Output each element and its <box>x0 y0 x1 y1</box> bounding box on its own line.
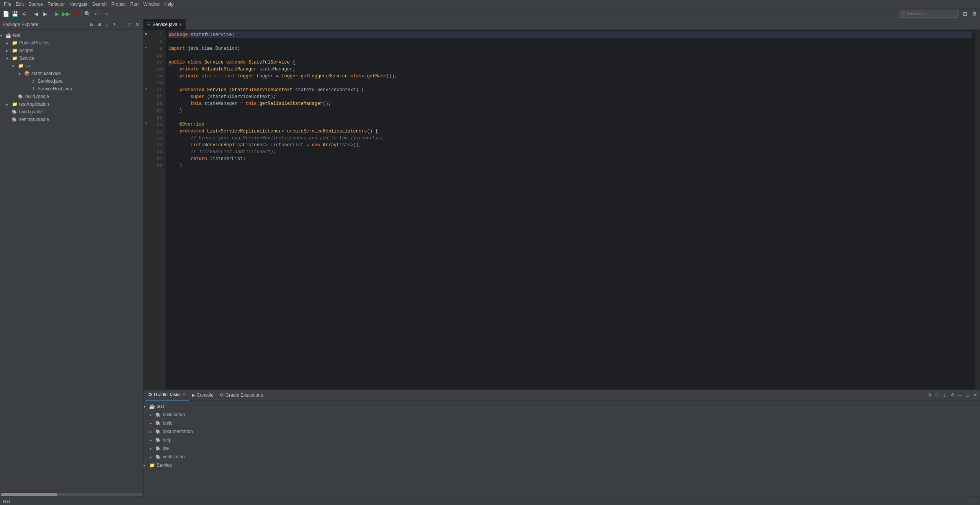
tree-item-test[interactable]: ▾☕test <box>0 31 143 39</box>
menu-item-help[interactable]: Help <box>162 2 176 7</box>
toolbar-print-btn[interactable]: 🖨 <box>20 10 28 18</box>
tab-close-btn[interactable]: ✕ <box>179 22 182 27</box>
bottom-tab-gradle-tasks[interactable]: ⚙Gradle Tasks ✕ <box>145 390 189 400</box>
tree-icon: 📁 <box>11 47 18 54</box>
tree-icon: 🐘 <box>11 116 18 123</box>
tree-item-test-application[interactable]: ▸📁testApplication <box>0 100 143 108</box>
tree-item-build-gradle[interactable]: 🐘build.gradle <box>0 108 143 116</box>
panel-max-btn[interactable]: □ <box>126 21 133 28</box>
bottom-tab-close[interactable]: ✕ <box>182 392 186 397</box>
gutter-item[interactable]: ⊖ <box>144 119 148 126</box>
gradle-item-service-root[interactable]: ▸📁Service <box>144 461 980 469</box>
menu-item-edit[interactable]: Edit <box>13 2 26 7</box>
quick-access-input[interactable] <box>899 10 959 18</box>
gradle-item-documentation[interactable]: ▸🐘documentation <box>144 427 980 436</box>
gutter-item <box>144 71 148 78</box>
toolbar-forward-btn[interactable]: ▶ <box>41 10 49 18</box>
bottom-tab-gradle-executions[interactable]: ⚙Gradle Executions <box>217 390 266 400</box>
toolbar-new-btn[interactable]: 📄 <box>2 10 10 18</box>
panel-sync-btn[interactable]: ↕ <box>103 21 110 28</box>
toolbar-perspective-btn[interactable]: ⊞ <box>961 10 969 18</box>
tree-icon: 🐘 <box>18 93 24 100</box>
tree-arrow: ▾ <box>12 64 18 68</box>
bottom-expand-btn[interactable]: ⊞ <box>926 392 933 399</box>
menu-item-run[interactable]: Run <box>128 2 141 7</box>
bottom-refresh-btn[interactable]: ↺ <box>949 392 956 399</box>
gradle-item-ide[interactable]: ▸🐘ide <box>144 444 980 453</box>
menu-item-source[interactable]: Source <box>26 2 45 7</box>
panel-menu-btn[interactable]: ▾ <box>111 21 118 28</box>
bottom-max-btn[interactable]: □ <box>964 392 971 399</box>
gradle-arrow: ▸ <box>150 438 155 442</box>
tree-item-settings-gradle[interactable]: 🐘settings.gradle <box>0 116 143 123</box>
tree-item-service[interactable]: ▾📁Service <box>0 54 143 62</box>
status-bar: test ⋯ <box>0 497 980 505</box>
tree-scrollbar[interactable] <box>0 492 143 497</box>
menu-item-navigate[interactable]: Navigate <box>67 2 90 7</box>
tree-item-statefulservice[interactable]: ▾📦statefulservice <box>0 70 143 77</box>
gutter-item[interactable]: ● <box>144 44 148 51</box>
panel-collapse-btn[interactable]: ⊟ <box>88 21 95 28</box>
gradle-label: help <box>163 437 172 443</box>
tree-item-scripts[interactable]: ▸📁Scripts <box>0 47 143 54</box>
bottom-sync-btn[interactable]: ↕ <box>941 392 948 399</box>
toolbar-run-btn[interactable]: ▶ <box>53 10 61 18</box>
line-number: 20 <box>148 80 165 87</box>
gradle-arrow: ▸ <box>150 413 155 417</box>
tree-item-servicehost-java[interactable]: JServiceHost.java <box>0 85 143 93</box>
code-area[interactable]: package statefulservice;import java.time… <box>165 30 975 389</box>
gradle-item-help[interactable]: ▸🐘help <box>144 436 980 444</box>
toolbar-search-btn[interactable]: 🔍 <box>83 10 91 18</box>
gradle-item-build-setup[interactable]: ▸🐘build setup <box>144 410 980 419</box>
editor-tab-service-java[interactable]: ☰ Service.java ✕ <box>144 19 186 30</box>
panel-expand-btn[interactable]: ⊞ <box>96 21 103 28</box>
gradle-item-test-root[interactable]: ▾☕test <box>144 402 980 410</box>
line-number: 31 <box>148 155 165 162</box>
menu-item-file[interactable]: File <box>2 2 13 7</box>
bottom-tab-actions: ⊞ ⊟ ↕ ↺ — □ ✕ <box>926 392 978 399</box>
bottom-close-btn[interactable]: ✕ <box>972 392 978 399</box>
toolbar-settings-btn[interactable]: ⚙ <box>970 10 978 18</box>
code-line: // listenerList.add(listener1); <box>168 149 972 155</box>
gradle-icon: 📁 <box>149 462 155 468</box>
toolbar-back-btn[interactable]: ◀ <box>32 10 40 18</box>
panel-header-actions: ⊟ ⊞ ↕ ▾ — □ ✕ <box>88 21 141 28</box>
tree-item-publish-profiles[interactable]: ▸📁PublishProfiles <box>0 39 143 47</box>
tree-item-src[interactable]: ▾📁src <box>0 62 143 70</box>
code-line: // Create your own ServiceReplicaListene… <box>168 135 972 142</box>
bottom-tab-icon: ⚙ <box>148 392 152 397</box>
code-line <box>168 52 972 59</box>
menu-item-search[interactable]: Search <box>90 2 109 7</box>
toolbar-redo-btn[interactable]: ↪ <box>101 10 110 18</box>
gutter-item[interactable]: ⊖ <box>144 85 148 92</box>
gradle-item-build[interactable]: ▸🐘build <box>144 419 980 427</box>
editor-area: ■●⊖⊖ 12316171819202122232425262728293031… <box>144 30 980 389</box>
bottom-tab-console[interactable]: ▶Console <box>189 390 217 400</box>
gradle-icon: ☕ <box>149 403 155 409</box>
gradle-item-verification[interactable]: ▸🐘verification <box>144 453 980 461</box>
code-line: this.stateManager = this.getReliableStat… <box>168 100 972 107</box>
tree-item-build-gradle-service[interactable]: 🐘build.gradle <box>0 93 143 100</box>
toolbar-save-btn[interactable]: 💾 <box>11 10 19 18</box>
gutter-item[interactable]: ■ <box>144 30 148 37</box>
toolbar-debug-btn[interactable]: ▶▶ <box>62 10 70 18</box>
tree-arrow: ▸ <box>6 49 11 53</box>
menu-item-refactor[interactable]: Refactor <box>45 2 67 7</box>
menu-item-project[interactable]: Project <box>109 2 128 7</box>
editor-scrollbar[interactable] <box>975 30 980 389</box>
tree-label: Service <box>19 56 34 61</box>
toolbar-stop-btn[interactable]: ■ <box>71 10 80 18</box>
gradle-arrow: ▸ <box>150 421 155 425</box>
bottom-min-btn[interactable]: — <box>956 392 963 399</box>
toolbar-undo-btn[interactable]: ↩ <box>92 10 101 18</box>
toolbar-sep-3 <box>81 10 82 17</box>
line-number: 3 <box>148 45 165 52</box>
panel-close-btn[interactable]: ✕ <box>134 21 141 28</box>
tree-item-service-java[interactable]: JService.java <box>0 77 143 85</box>
gradle-task-tree: ▾☕test▸🐘build setup▸🐘build▸🐘documentatio… <box>144 400 980 497</box>
menu-item-window[interactable]: Window <box>141 2 162 7</box>
status-text: test <box>3 499 10 503</box>
bottom-collapse-btn[interactable]: ⊟ <box>933 392 940 399</box>
panel-min-btn[interactable]: — <box>119 21 126 28</box>
gradle-arrow: ▸ <box>150 430 155 434</box>
